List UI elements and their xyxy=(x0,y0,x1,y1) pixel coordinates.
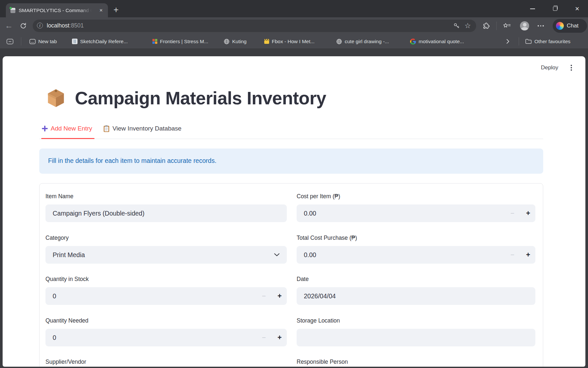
input-value: 0.00 xyxy=(304,251,316,259)
globe-icon xyxy=(336,39,342,44)
tab-view-inventory-database[interactable]: View Inventory Database xyxy=(103,124,182,133)
chevron-down-icon xyxy=(274,253,280,256)
settings-menu-button[interactable] xyxy=(538,25,544,26)
browser-window: SMARTPOLYTICS - Command Cent × + × ← i l… xyxy=(0,0,588,368)
bookmark-new-tab[interactable]: New tab xyxy=(29,34,57,48)
refresh-icon xyxy=(20,22,27,29)
window-bottom-edge xyxy=(0,367,588,368)
app-menu-button[interactable] xyxy=(571,65,572,71)
tab-label: View Inventory Database xyxy=(112,125,182,132)
star-lines-icon xyxy=(503,23,511,29)
tab-close-icon[interactable]: × xyxy=(97,7,105,14)
site-info-icon[interactable]: i xyxy=(37,23,43,28)
select-value: Print Media xyxy=(53,251,85,259)
sidebar-search-button[interactable] xyxy=(7,34,13,48)
info-message: Fill in the details for each item to mai… xyxy=(48,157,216,165)
bookmark-cute-girl-drawing[interactable]: cute girl drawing -... xyxy=(336,34,389,48)
clipboard-emoji-icon xyxy=(103,125,110,132)
date-input[interactable]: 2026/04/04 xyxy=(297,287,535,305)
close-icon: × xyxy=(575,5,579,12)
bookmark-label: Kuting xyxy=(232,39,247,44)
info-banner: Fill in the details for each item to mai… xyxy=(39,149,543,174)
input-value: 2026/04/04 xyxy=(304,292,336,300)
toolbar-divider xyxy=(496,22,497,30)
copilot-chat-button[interactable]: Chat xyxy=(553,19,587,33)
decrement-button[interactable]: − xyxy=(259,329,269,346)
decrement-button[interactable]: − xyxy=(508,204,517,222)
refresh-button[interactable] xyxy=(20,22,27,29)
item-name-label: Item Name xyxy=(45,193,74,200)
url-text: localhost:8501 xyxy=(47,22,84,29)
cost-per-item-input[interactable]: 0.00 − + xyxy=(297,204,535,222)
bookmark-sketchdaily[interactable]: SketchDaily Refere... xyxy=(72,34,128,48)
bookmark-kuting[interactable]: Kuting xyxy=(224,34,247,48)
bookmark-motivational-quote[interactable]: motivational quote... xyxy=(410,34,464,48)
browser-toolbar: ← i localhost:8501 ☆ xyxy=(0,17,588,34)
quantity-in-stock-input[interactable]: 0 − + xyxy=(45,287,287,305)
sidebar-panel-icon xyxy=(7,39,13,44)
page-frame: Deploy Campaign Materials Inventory Add … xyxy=(0,48,588,368)
new-tab-window-icon xyxy=(29,39,36,44)
new-tab-button[interactable]: + xyxy=(111,3,122,17)
increment-button[interactable]: + xyxy=(523,204,533,222)
copilot-logo-icon xyxy=(556,22,564,30)
extensions-button[interactable] xyxy=(482,22,490,31)
decrement-button[interactable]: − xyxy=(508,246,517,264)
increment-button[interactable]: + xyxy=(275,329,285,346)
increment-button[interactable]: + xyxy=(523,246,533,264)
tab-label: Add New Entry xyxy=(51,125,92,132)
site-favicon-icon xyxy=(10,8,15,13)
quantity-needed-label: Quantity Needed xyxy=(45,317,88,324)
sketchdaily-logo-icon xyxy=(72,39,78,44)
bookmark-label: motivational quote... xyxy=(419,39,464,44)
storage-location-input[interactable] xyxy=(297,329,535,346)
google-g-icon xyxy=(410,39,416,44)
bookmark-frontiers[interactable]: Frontiers | Stress M... xyxy=(152,34,208,48)
category-select[interactable]: Print Media xyxy=(45,246,287,264)
quantity-needed-input[interactable]: 0 − + xyxy=(45,329,287,346)
input-value: Campaign Flyers (Double-sided) xyxy=(53,210,145,217)
streamlit-app: Deploy Campaign Materials Inventory Add … xyxy=(3,56,585,367)
input-value: 0 xyxy=(53,292,56,300)
profile-avatar[interactable] xyxy=(520,21,529,30)
url-host: localhost xyxy=(47,22,69,29)
globe-icon xyxy=(224,39,230,44)
bookmark-fbox[interactable]: Fbox - How I Met... xyxy=(264,34,315,48)
favorites-collections-button[interactable] xyxy=(503,23,511,30)
quantity-in-stock-label: Quantity in Stock xyxy=(45,276,89,283)
tab-add-new-entry[interactable]: Add New Entry xyxy=(42,124,92,133)
frontiers-logo-icon xyxy=(152,39,157,44)
copilot-chat-label: Chat xyxy=(567,23,579,29)
decrement-button[interactable]: − xyxy=(259,287,269,305)
bookmarks-divider xyxy=(21,37,21,45)
bookmark-label: Fbox - How I Met... xyxy=(272,39,315,44)
category-label: Category xyxy=(45,235,69,241)
restore-icon xyxy=(553,7,557,11)
back-button[interactable]: ← xyxy=(4,17,14,34)
deploy-button[interactable]: Deploy xyxy=(541,64,558,71)
bookmark-other-favourites[interactable]: Other favourites xyxy=(525,34,570,48)
total-cost-purchase-input[interactable]: 0.00 − + xyxy=(297,246,535,264)
clapperboard-icon xyxy=(264,39,269,44)
window-minimize-button[interactable] xyxy=(525,0,540,17)
window-restore-button[interactable] xyxy=(547,0,562,17)
bookmarks-overflow-button[interactable] xyxy=(506,34,510,48)
cost-per-item-label: Cost per Item (₱) xyxy=(297,193,340,200)
address-bar[interactable]: i localhost:8501 ☆ xyxy=(33,20,476,32)
total-cost-purchase-label: Total Cost Purchase (₱) xyxy=(297,235,357,241)
input-value: 0 xyxy=(53,334,56,342)
password-key-icon[interactable] xyxy=(453,23,460,30)
url-port: :8501 xyxy=(69,22,84,29)
responsible-person-label: Responsible Person xyxy=(297,359,348,365)
item-name-input[interactable]: Campaign Flyers (Double-sided) xyxy=(45,204,287,222)
supplier-vendor-label: Supplier/Vendor xyxy=(45,359,86,365)
folder-icon xyxy=(525,39,532,44)
bookmark-label: cute girl drawing -... xyxy=(345,39,389,44)
add-favorite-star-icon[interactable]: ☆ xyxy=(464,21,472,30)
bookmarks-bar: New tab SketchDaily Refere... Frontiers … xyxy=(0,34,588,48)
active-tab-indicator xyxy=(41,138,95,139)
browser-tab[interactable]: SMARTPOLYTICS - Command Cent × xyxy=(6,3,108,17)
window-close-button[interactable]: × xyxy=(570,0,585,17)
bookmarks-divider xyxy=(519,37,519,45)
increment-button[interactable]: + xyxy=(275,287,285,305)
